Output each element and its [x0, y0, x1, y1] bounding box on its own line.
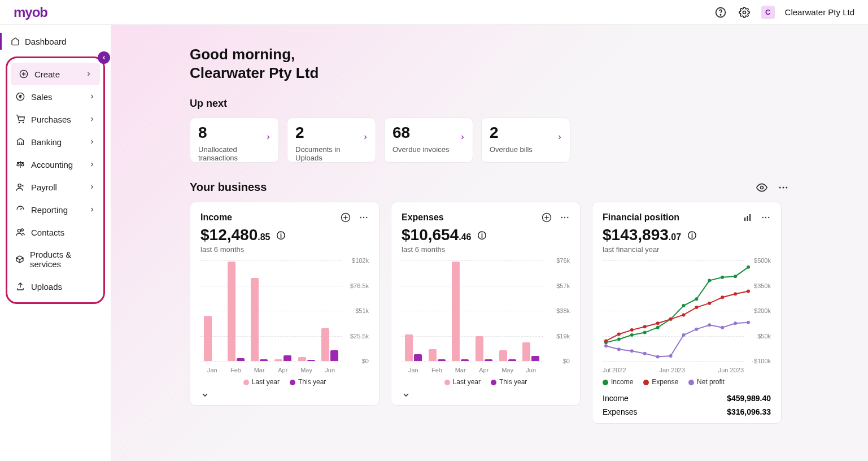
- sidebar-item-products-services[interactable]: Products & services: [7, 243, 103, 275]
- sidebar-item-payroll[interactable]: Payroll: [7, 176, 103, 198]
- svg-point-5: [19, 122, 19, 123]
- more-icon[interactable]: [778, 182, 789, 193]
- add-income-icon[interactable]: [341, 212, 351, 223]
- chevron-right-icon: [459, 134, 466, 141]
- company-name[interactable]: Clearwater Pty Ltd: [785, 7, 854, 17]
- svg-point-55: [643, 352, 647, 355]
- svg-point-16: [363, 217, 364, 218]
- sidebar-item-label: Accounting: [31, 160, 73, 169]
- financial-more-icon[interactable]: [761, 212, 771, 223]
- svg-point-32: [656, 326, 660, 329]
- stat-label: Unallocated transactions: [198, 145, 271, 162]
- greeting-line2: Clearwater Pty Ltd: [190, 64, 789, 82]
- help-icon[interactable]: [714, 6, 727, 19]
- topbar: myob C Clearwater Pty Ltd: [0, 0, 868, 25]
- svg-point-61: [721, 326, 724, 329]
- sidebar-item-accounting[interactable]: Accounting: [7, 153, 103, 176]
- chevron-right-icon: [89, 206, 95, 213]
- sidebar-item-contacts[interactable]: Contacts: [7, 221, 103, 243]
- financial-card: Financial position $143,893.07 ⓘ last fi…: [592, 202, 782, 424]
- chevron-right-icon: [85, 71, 92, 77]
- stat-card-unallocated-transactions[interactable]: 8Unallocated transactions: [190, 118, 279, 163]
- sidebar-item-create[interactable]: Create: [11, 63, 100, 85]
- sidebar-item-label: Sales: [31, 92, 53, 102]
- svg-point-46: [682, 313, 685, 316]
- svg-point-51: [747, 290, 750, 293]
- visibility-icon[interactable]: [756, 182, 767, 193]
- svg-point-37: [721, 276, 724, 279]
- financial-row-income: Income$459,989.40: [603, 392, 771, 405]
- settings-icon[interactable]: [738, 6, 751, 19]
- svg-point-62: [734, 321, 737, 325]
- svg-point-59: [695, 328, 698, 331]
- topbar-right: C Clearwater Pty Ltd: [714, 6, 854, 19]
- svg-point-30: [630, 333, 634, 337]
- svg-point-7: [18, 184, 21, 187]
- svg-point-29: [617, 337, 621, 341]
- stat-value: 68: [392, 124, 465, 142]
- svg-point-40: [604, 339, 608, 342]
- sidebar-item-sales[interactable]: Sales: [7, 85, 103, 108]
- avatar[interactable]: C: [761, 6, 775, 19]
- your-business-header: Your business: [190, 181, 789, 194]
- sidebar-highlight: CreateSalesPurchasesBankingAccountingPay…: [6, 56, 105, 304]
- svg-point-19: [561, 217, 562, 218]
- person-icon: [15, 182, 25, 192]
- chart-type-icon[interactable]: [743, 212, 753, 223]
- svg-point-1: [720, 14, 721, 15]
- stat-card-overdue-bills[interactable]: 2Overdue bills: [481, 118, 570, 163]
- income-card: Income $12,480.85 ⓘ last 6 months $0$25.…: [190, 202, 380, 406]
- sidebar-item-purchases[interactable]: Purchases: [7, 108, 103, 131]
- stat-card-overdue-invoices[interactable]: 68Overdue invoices: [384, 118, 473, 163]
- svg-point-35: [695, 297, 698, 301]
- expenses-more-icon[interactable]: [560, 212, 570, 223]
- svg-point-26: [765, 217, 766, 218]
- stat-value: 8: [198, 124, 271, 142]
- financial-period: last financial year: [603, 245, 771, 254]
- expenses-title: Expenses: [402, 212, 444, 223]
- financial-chart: -$100k$50k$200k$350k$500kJul 2022Jan 202…: [603, 260, 771, 373]
- stat-label: Documents in Uploads: [295, 145, 368, 162]
- sidebar-item-uploads[interactable]: Uploads: [7, 275, 103, 298]
- collapse-sidebar-button[interactable]: [98, 51, 110, 64]
- nav-dashboard[interactable]: Dashboard: [0, 33, 105, 50]
- stat-value: 2: [490, 124, 562, 142]
- financial-row-expenses: Expenses$316,096.33: [603, 405, 771, 419]
- info-icon[interactable]: ⓘ: [277, 230, 285, 240]
- main-content: Good morning, Clearwater Pty Ltd Up next…: [111, 25, 868, 461]
- sidebar: Dashboard CreateSalesPurchasesBankingAcc…: [0, 25, 111, 461]
- svg-point-6: [23, 122, 24, 123]
- svg-point-48: [708, 302, 711, 305]
- sidebar-item-reporting[interactable]: Reporting: [7, 198, 103, 221]
- upnext-title: Up next: [190, 98, 789, 110]
- svg-point-10: [761, 186, 764, 189]
- scales-icon: [15, 159, 25, 169]
- stat-card-documents-in-uploads[interactable]: 2Documents in Uploads: [287, 118, 376, 163]
- expenses-card: Expenses $10,654.46 ⓘ last 6 months $0$1…: [391, 202, 581, 406]
- income-expand-button[interactable]: [200, 386, 369, 401]
- expenses-legend: Last year This year: [402, 378, 570, 386]
- income-amount: $12,480.85 ⓘ: [200, 226, 369, 244]
- svg-point-15: [360, 217, 361, 218]
- sidebar-item-label: Banking: [31, 137, 62, 147]
- svg-point-42: [630, 328, 634, 332]
- svg-point-41: [617, 333, 621, 336]
- sidebar-item-label: Payroll: [31, 182, 57, 192]
- svg-point-47: [695, 306, 698, 309]
- info-icon[interactable]: ⓘ: [688, 230, 696, 240]
- svg-point-43: [643, 325, 647, 328]
- upnext-cards: 8Unallocated transactions2Documents in U…: [190, 118, 789, 163]
- svg-rect-24: [749, 214, 751, 221]
- cart-icon: [15, 114, 25, 124]
- svg-point-56: [656, 355, 660, 359]
- expenses-expand-button[interactable]: [402, 386, 570, 401]
- add-expense-icon[interactable]: [542, 212, 552, 223]
- chevron-right-icon: [362, 134, 369, 141]
- stat-label: Overdue invoices: [392, 145, 465, 154]
- svg-point-36: [708, 279, 711, 282]
- info-icon[interactable]: ⓘ: [478, 230, 486, 240]
- financial-title: Financial position: [603, 212, 679, 223]
- income-more-icon[interactable]: [359, 212, 369, 223]
- sidebar-item-banking[interactable]: Banking: [7, 131, 103, 153]
- financial-legend: Income Expense Net profit: [603, 378, 771, 386]
